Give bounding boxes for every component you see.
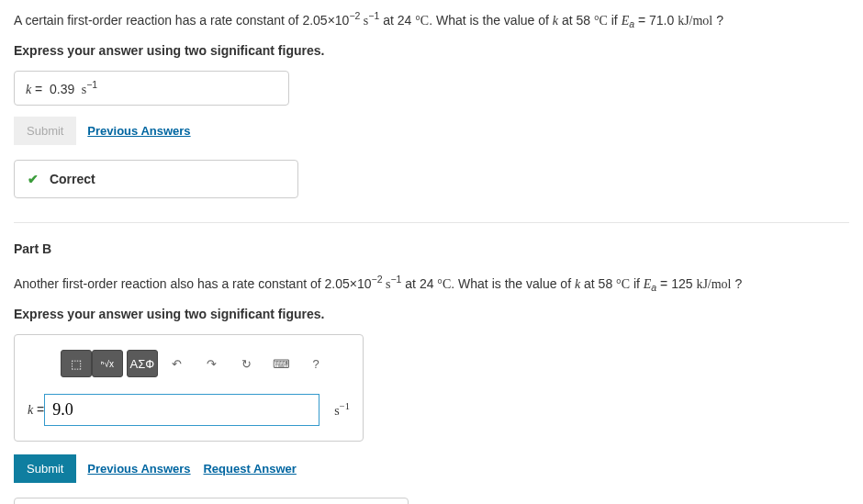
answer-prefix-b: k = xyxy=(28,402,44,418)
previous-answers-link-b[interactable]: Previous Answers xyxy=(87,462,190,476)
instruction-a: Express your answer using two significan… xyxy=(14,43,849,58)
submit-button-a: Submit xyxy=(14,117,76,145)
request-answer-link-b[interactable]: Request Answer xyxy=(203,462,296,476)
answer-display-a: k = 0.39 s−1 xyxy=(14,71,289,106)
button-row-b: Submit Previous Answers Request Answer xyxy=(14,454,849,483)
button-row-a: Submit Previous Answers xyxy=(14,117,849,145)
greek-button[interactable]: ΑΣФ xyxy=(127,350,158,377)
part-b-header: Part B xyxy=(14,241,849,256)
templates-button[interactable]: ⬚ xyxy=(61,350,92,377)
answer-unit-b: s−1 xyxy=(334,401,350,419)
answer-input-b[interactable] xyxy=(44,394,319,426)
check-icon: ✔ xyxy=(28,172,39,186)
instruction-b: Express your answer using two significan… xyxy=(14,307,849,321)
answer-row-b: k = s−1 xyxy=(28,394,350,426)
question-a: A certain first-order reaction has a rat… xyxy=(14,9,849,32)
help-button[interactable]: ? xyxy=(300,350,331,377)
previous-answers-link-a[interactable]: Previous Answers xyxy=(87,124,190,138)
keyboard-button[interactable]: ⌨ xyxy=(265,350,297,377)
undo-button[interactable]: ↶ xyxy=(162,350,193,377)
submit-button-b[interactable]: Submit xyxy=(14,454,76,483)
redo-button[interactable]: ↷ xyxy=(196,350,228,377)
question-b: Another first-order reaction also has a … xyxy=(14,273,849,296)
equation-toolbar: ⬚ⁿ√x ΑΣФ ↶ ↷ ↻ ⌨ ? xyxy=(28,350,350,377)
input-panel-b: ⬚ⁿ√x ΑΣФ ↶ ↷ ↻ ⌨ ? k = s−1 xyxy=(14,334,364,442)
reset-button[interactable]: ↻ xyxy=(230,350,262,377)
root-button[interactable]: ⁿ√x xyxy=(92,350,123,377)
feedback-b: ✖ Incorrect; Try Again; 18 attempts rema… xyxy=(14,498,409,504)
feedback-a: ✔ Correct xyxy=(14,160,298,198)
